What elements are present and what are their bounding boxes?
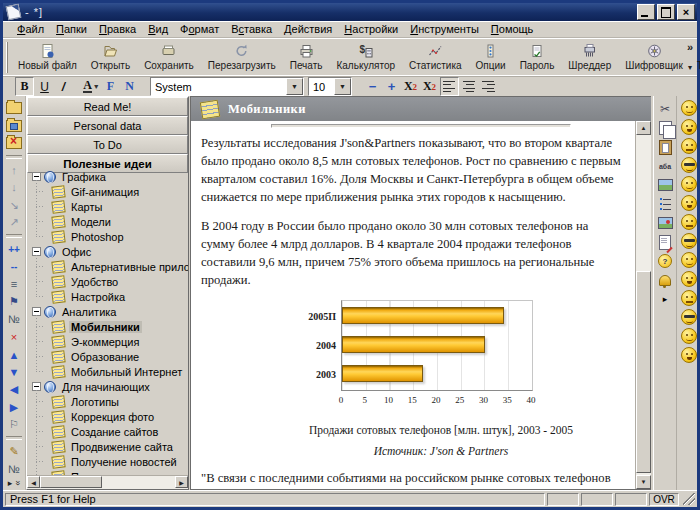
image-folder-icon[interactable] (5, 118, 23, 135)
menu-Формат[interactable]: Формат (174, 22, 225, 36)
nav-down-icon[interactable]: ▼ (5, 364, 23, 381)
emoticon-laugh[interactable] (681, 176, 697, 192)
underline-button[interactable]: U (36, 78, 53, 95)
calculator-button[interactable]: $Калькулятор (329, 39, 402, 76)
align-center-button[interactable] (461, 78, 478, 95)
tree-node-Настройка[interactable]: Настройка (27, 289, 188, 304)
note-style-button[interactable]: N (121, 78, 138, 95)
sidebar-tab-To Do[interactable]: To Do (27, 135, 188, 154)
expand-all-icon[interactable]: ++ (5, 241, 23, 258)
node-list-icon[interactable]: ≡ (5, 276, 23, 293)
tree-node-Э-коммерция[interactable]: Э-коммерция (27, 334, 188, 349)
subscript-button[interactable]: X2 (402, 78, 419, 95)
smiley-help-icon[interactable]: ? (656, 252, 674, 270)
sidebar-tab-Personal data[interactable]: Personal data (27, 116, 188, 135)
menu-Помощь[interactable]: Помощь (485, 22, 540, 36)
tree-node-Логотипы[interactable]: Логотипы (27, 394, 188, 409)
counter-2-icon[interactable]: № (5, 461, 23, 478)
toolbar-overflow-chevron[interactable]: » (687, 41, 693, 53)
menu-Вставка[interactable]: Вставка (225, 22, 278, 36)
sidebar-tab-Read Me![interactable]: Read Me! (27, 97, 188, 116)
font-name-dropdown-icon[interactable]: ▼ (286, 78, 303, 95)
align-right-button[interactable] (480, 78, 497, 95)
menu-Действия[interactable]: Действия (278, 22, 338, 36)
superscript-button[interactable]: X2 (421, 78, 438, 95)
font-size-dropdown-icon[interactable]: ▼ (334, 78, 351, 95)
password-button[interactable]: Пароль (513, 39, 562, 76)
menu-Инструменты[interactable]: Инструменты (404, 22, 485, 36)
italic-button[interactable]: / (55, 78, 72, 95)
menu-Вид[interactable]: Вид (142, 22, 174, 36)
increase-size-button[interactable]: + (383, 78, 400, 95)
menu-Правка[interactable]: Правка (93, 22, 142, 36)
flag-icon[interactable]: ⚑ (5, 294, 23, 311)
nav-up-icon[interactable]: ▲ (5, 346, 23, 363)
nav-left-icon[interactable]: ◀ (5, 381, 23, 398)
font-color-dropdown-icon[interactable]: ▼ (93, 83, 100, 90)
scroll-right-icon[interactable]: ▶ (175, 476, 188, 488)
insert-list-icon[interactable] (656, 195, 674, 213)
counter-icon[interactable]: № (5, 311, 23, 328)
reload-button[interactable]: Перезагрузить (201, 39, 283, 76)
tree-node-Gif-анимация[interactable]: Gif-анимация (27, 184, 188, 199)
tree-node-Коррекция фото[interactable]: Коррекция фото (27, 409, 188, 424)
demote-icon[interactable]: ↘ (5, 197, 23, 214)
scroll-down-icon[interactable]: ▼ (636, 475, 651, 489)
sidebar-horizontal-scrollbar[interactable]: ◀ ▶ (27, 475, 188, 489)
tree-node-Мобильный Интернет[interactable]: Мобильный Интернет (27, 364, 188, 379)
paste-icon[interactable] (656, 138, 674, 156)
tree-node-Образование[interactable]: Образование (27, 349, 188, 364)
resize-grip[interactable] (683, 493, 695, 505)
options-button[interactable]: Опции (469, 39, 513, 76)
delete-node-icon[interactable]: × (5, 329, 23, 346)
tree-node-Продвижение сайта[interactable]: Продвижение сайта (27, 439, 188, 454)
font-size-combo[interactable]: 10 ▼ (308, 77, 352, 96)
delete-folder-icon[interactable] (5, 135, 23, 152)
save-button[interactable]: Сохранить (137, 39, 201, 76)
tree-node-Создание сайтов[interactable]: Создание сайтов (27, 424, 188, 439)
emoticon-smile[interactable] (681, 100, 697, 116)
emoticon-cool[interactable] (681, 157, 697, 173)
tree-node-Получение новостей[interactable]: Получение новостей (27, 454, 188, 469)
align-left-button[interactable] (440, 77, 459, 96)
menu-Папки[interactable]: Папки (50, 22, 93, 36)
more-down-icon[interactable]: » (13, 481, 23, 486)
tree-node-Для начинающих[interactable]: Для начинающих (27, 379, 188, 394)
flag-outline-icon[interactable]: ⚐ (5, 416, 23, 433)
scroll-left-icon[interactable]: ◀ (27, 476, 40, 488)
bold-button[interactable]: B (15, 77, 34, 96)
collapse-all-icon[interactable]: -- (5, 258, 23, 275)
picture-style-icon[interactable] (656, 214, 674, 232)
move-up-icon[interactable]: ↑ (5, 162, 23, 179)
toolbar-grip[interactable] (6, 42, 8, 73)
emoticon-neutral[interactable] (681, 233, 697, 249)
shredder-button[interactable]: Шреддер (561, 39, 618, 76)
nav-right-icon[interactable]: ▶ (5, 399, 23, 416)
menu-Настройки[interactable]: Настройки (338, 22, 404, 36)
emoticon-grin[interactable] (681, 119, 697, 135)
emoticon-sleepy[interactable] (681, 328, 697, 344)
statistics-button[interactable]: Статистика (402, 39, 469, 76)
new-file-button[interactable]: Новый файл (11, 39, 84, 76)
cipher-button[interactable]: Шифровщик (618, 39, 690, 76)
emoticon-surprised[interactable] (681, 214, 697, 230)
copy-icon[interactable] (656, 119, 674, 137)
tree-node-Графика[interactable]: Графика (27, 169, 188, 184)
promote-icon[interactable]: ↗ (5, 214, 23, 231)
tree-node-Офис[interactable]: Офис (27, 244, 188, 259)
edit-page-icon[interactable] (656, 233, 674, 251)
emoticon-wink[interactable] (681, 138, 697, 154)
emoticon-wow[interactable] (681, 347, 697, 363)
new-folder-icon[interactable] (5, 100, 23, 117)
highlight-f-button[interactable]: F (102, 78, 119, 95)
tree-node-Photoshop[interactable]: Photoshop (27, 229, 188, 244)
reminder-bell-icon[interactable] (656, 271, 674, 289)
decrease-size-button[interactable]: − (364, 78, 381, 95)
font-color-button[interactable]: A ▼ (83, 78, 100, 95)
menu-Файл[interactable]: Файл (11, 22, 50, 36)
cut-icon[interactable]: ✂ (656, 100, 674, 118)
close-button[interactable]: × (677, 4, 695, 20)
maximize-button[interactable] (657, 4, 675, 20)
tree-node-Модели[interactable]: Модели (27, 214, 188, 229)
move-down-icon[interactable]: ↓ (5, 179, 23, 196)
